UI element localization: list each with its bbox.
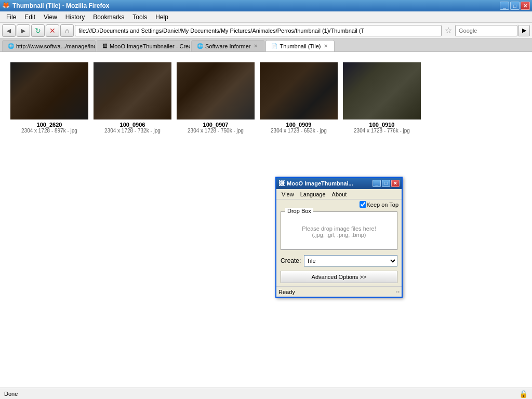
mooo-close-button[interactable]: ✕ [391, 180, 400, 187]
gallery-thumb-1[interactable] [10, 62, 88, 119]
keep-on-top-label[interactable]: Keep on Top [366, 202, 398, 208]
gallery-thumb-2[interactable] [94, 62, 171, 119]
gallery-name-4: 100_0909 [286, 122, 312, 128]
tab-softwa[interactable]: 🌐 http://www.softwa.../manage/index.php … [2, 40, 96, 51]
mooo-menubar: View Language About [276, 189, 402, 200]
keep-on-top-checkbox[interactable] [360, 201, 366, 208]
mooo-status-text: Ready [278, 289, 295, 295]
gallery-item-4: 100_0909 2304 x 1728 - 653k - jpg [260, 62, 338, 134]
tab-bar: 🌐 http://www.softwa.../manage/index.php … [0, 38, 532, 52]
browser-status-text: Done [4, 391, 18, 397]
tab-favicon-softwa: 🌐 [8, 43, 14, 49]
dropbox-line1: Please drop image files here! [302, 225, 376, 232]
mooo-menu-about[interactable]: About [329, 191, 350, 198]
mooo-minimize-button[interactable]: _ [373, 180, 381, 187]
tab-favicon-thumb: 📄 [271, 43, 277, 49]
gallery-item-5: 100_0910 2304 x 1728 - 776k - jpg [343, 62, 421, 134]
refresh-button[interactable]: ↻ [31, 24, 45, 37]
tab-favicon-si: 🌐 [197, 43, 203, 49]
search-go-button[interactable]: ▶ [518, 25, 530, 36]
nav-bar: ◄ ► ↻ ✕ ⌂ ☆ ▶ [0, 23, 532, 38]
main-content: 100_2620 2304 x 1728 - 897k - jpg 100_09… [0, 52, 532, 388]
gallery-thumb-4[interactable] [260, 62, 338, 119]
mooo-status-bar: Ready ▪▪ [276, 286, 402, 297]
gallery-info-4: 2304 x 1728 - 653k - jpg [271, 128, 327, 134]
menu-history[interactable]: History [61, 11, 89, 22]
mooo-menu-language[interactable]: Language [297, 191, 329, 198]
close-button[interactable]: ✕ [521, 2, 530, 10]
tab-label-si: Software Informer [205, 43, 250, 49]
mooo-menu-view[interactable]: View [278, 191, 297, 198]
image-gallery: 100_2620 2304 x 1728 - 897k - jpg 100_09… [0, 52, 532, 144]
gallery-item-2: 100_0906 2304 x 1728 - 732k - jpg [94, 62, 171, 134]
tab-favicon-mooo: 🖼 [102, 43, 108, 49]
tab-label-thumb: Thumbnail (Tile) [280, 43, 321, 49]
search-input[interactable] [455, 25, 517, 36]
dropbox-area[interactable]: Please drop image files here! (.jpg, .gi… [281, 214, 397, 249]
advanced-options-button[interactable]: Advanced Options >> [281, 271, 397, 283]
stop-button[interactable]: ✕ [46, 24, 59, 37]
dropbox-group: Drop Box Please drop image files here! (… [281, 211, 397, 250]
mooo-resize-grip: ▪▪ [396, 289, 400, 295]
mooo-titlebar: 🖼 MooO ImageThumbnai... _ □ ✕ [276, 178, 402, 189]
gallery-info-3: 2304 x 1728 - 750k - jpg [188, 128, 244, 134]
create-label: Create: [281, 257, 301, 264]
tab-softwareinformer[interactable]: 🌐 Software Informer ✕ [191, 40, 264, 51]
title-bar: 🦊 Thumbnail (Tile) - Mozilla Firefox _ □… [0, 0, 532, 11]
gallery-thumb-5[interactable] [343, 62, 421, 119]
menu-bar: File Edit View History Bookmarks Tools H… [0, 11, 532, 23]
tab-thumbnail[interactable]: 📄 Thumbnail (Tile) ✕ [265, 40, 335, 51]
home-button[interactable]: ⌂ [60, 24, 74, 37]
menu-help[interactable]: Help [151, 11, 172, 22]
gallery-name-1: 100_2620 [37, 122, 62, 128]
browser-icon: 🦊 [2, 2, 10, 10]
gallery-name-3: 100_0907 [203, 122, 229, 128]
mooo-create-row: Create: Tile Thumbnail Slideshow [276, 252, 402, 270]
gallery-item-1: 100_2620 2304 x 1728 - 897k - jpg [10, 62, 88, 134]
gallery-item-3: 100_0907 2304 x 1728 - 750k - jpg [177, 62, 255, 134]
mooo-maximize-button[interactable]: □ [382, 180, 390, 187]
menu-tools[interactable]: Tools [128, 11, 151, 22]
dropbox-legend: Drop Box [285, 208, 313, 214]
tab-close-si[interactable]: ✕ [252, 43, 259, 49]
window-title: Thumbnail (Tile) - Mozilla Firefox [12, 2, 500, 9]
tab-mooo[interactable]: 🖼 MooO ImageThumbnailer - Create Imag...… [97, 40, 190, 51]
security-icon: 🔒 [519, 390, 528, 398]
create-type-select[interactable]: Tile Thumbnail Slideshow [304, 255, 397, 267]
dropbox-line2: (.jpg, .gif, .png, .bmp) [312, 232, 366, 238]
tab-close-thumb[interactable]: ✕ [323, 43, 329, 49]
gallery-name-5: 100_0910 [369, 122, 395, 128]
mooo-dialog-title: MooO ImageThumbnai... [287, 180, 371, 187]
browser-status-bar: Done 🔒 [0, 388, 532, 399]
tab-label-mooo: MooO ImageThumbnailer - Create Imag... [110, 43, 190, 49]
gallery-info-1: 2304 x 1728 - 897k - jpg [21, 128, 77, 134]
mooo-dialog-icon: 🖼 [278, 180, 285, 187]
menu-file[interactable]: File [2, 11, 20, 22]
menu-view[interactable]: View [39, 11, 61, 22]
forward-button[interactable]: ► [17, 24, 30, 37]
maximize-button[interactable]: □ [510, 2, 520, 10]
gallery-thumb-3[interactable] [177, 62, 255, 119]
gallery-name-2: 100_0906 [120, 122, 145, 128]
minimize-button[interactable]: _ [500, 2, 509, 10]
menu-edit[interactable]: Edit [20, 11, 39, 22]
bookmark-star-button[interactable]: ☆ [443, 25, 454, 36]
back-button[interactable]: ◄ [2, 24, 16, 37]
mooo-dialog: 🖼 MooO ImageThumbnai... _ □ ✕ View Langu… [275, 177, 403, 298]
tab-label-softwa: http://www.softwa.../manage/index.php [16, 43, 96, 49]
address-input[interactable] [75, 25, 442, 36]
gallery-info-2: 2304 x 1728 - 732k - jpg [104, 128, 161, 134]
window-controls: _ □ ✕ [500, 2, 530, 10]
gallery-info-5: 2304 x 1728 - 776k - jpg [354, 128, 410, 134]
menu-bookmarks[interactable]: Bookmarks [89, 11, 128, 22]
